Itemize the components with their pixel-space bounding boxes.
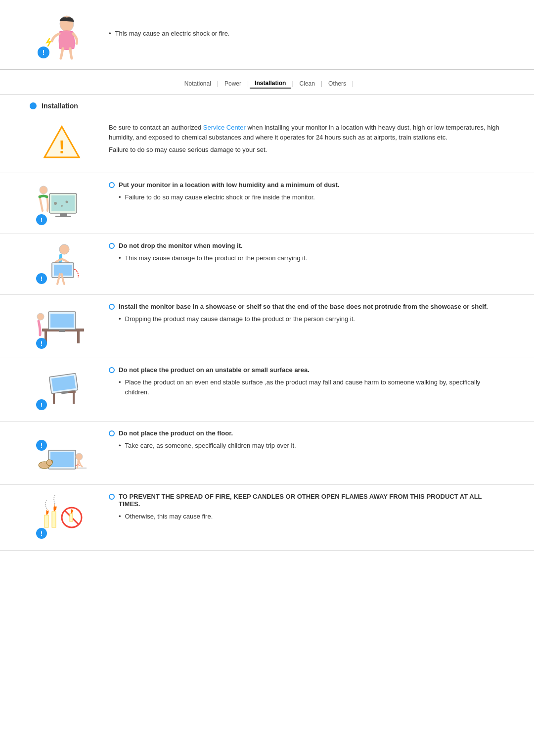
row5-title: Do not place the product on an unstable …: [119, 366, 310, 374]
row-no-floor: ! Do not place the product on the floor.…: [0, 422, 534, 485]
svg-text:!: !: [41, 216, 43, 224]
row4-illustration: !: [30, 303, 94, 350]
nav-tabs: Notational | Power | Installation | Clea…: [0, 70, 534, 95]
tab-clean[interactable]: Clean: [295, 79, 320, 88]
row3-illustration: !: [30, 242, 94, 286]
row-service-center: ! Be sure to contact an authorized Servi…: [0, 115, 534, 173]
svg-rect-39: [50, 452, 74, 467]
row2-title: Put your monitor in a location with low …: [119, 181, 339, 189]
svg-point-15: [59, 244, 69, 254]
row4-content: Install the monitor base in a showcase o…: [109, 303, 504, 324]
row2-header: Put your monitor in a location with low …: [109, 181, 504, 189]
top-text-content: This may cause an electric shock or fire…: [109, 15, 229, 39]
row5-dot: [109, 367, 115, 373]
svg-rect-49: [70, 514, 73, 521]
row3-title: Do not drop the monitor when moving it.: [119, 242, 243, 249]
row6-sub-bullet: Take care, as someone, specifically chil…: [119, 441, 504, 451]
tab-power[interactable]: Power: [220, 79, 246, 88]
svg-point-10: [61, 205, 63, 207]
row3-dot: [109, 243, 115, 249]
row1-body2: Failure to do so may cause serious damag…: [109, 145, 504, 155]
row1-body: Be sure to contact an authorized Service…: [109, 123, 504, 142]
svg-rect-31: [73, 393, 75, 404]
fire-svg: !: [35, 493, 89, 542]
no-floor-svg: !: [35, 429, 89, 476]
row5-sub-bullet: Place the product on an even end stable …: [119, 378, 504, 397]
row6-dot: [109, 430, 115, 436]
svg-rect-25: [77, 331, 80, 343]
svg-point-12: [40, 186, 47, 194]
svg-text:!: !: [41, 275, 43, 283]
unstable-svg: !: [35, 366, 89, 413]
row3-header: Do not drop the monitor when moving it.: [109, 242, 504, 249]
row-monitor-base: ! Install the monitor base in a showcase…: [0, 295, 534, 358]
row4-dot: [109, 304, 115, 310]
tab-installation[interactable]: Installation: [250, 79, 291, 89]
row2-sub-bullet: Failure to do so may cause electric shoc…: [119, 192, 504, 202]
row3-content: Do not drop the monitor when moving it. …: [109, 242, 504, 263]
top-illustration: !: [30, 15, 94, 59]
row1-content: Be sure to contact an authorized Service…: [109, 123, 504, 158]
row6-illustration: !: [30, 429, 94, 476]
row4-sub-bullet: Dropping the product may cause damage to…: [119, 314, 504, 324]
monitor-base-svg: !: [35, 303, 89, 350]
row3-sub-bullet: This may cause damage to the product or …: [119, 253, 504, 263]
row7-sub-bullet: Otherwise, this may cause fire.: [119, 512, 504, 521]
svg-rect-45: [44, 515, 48, 527]
row6-content: Do not place the product on the floor. T…: [109, 429, 504, 451]
warning-triangle-svg: !: [42, 123, 82, 165]
row-no-drop: ! Do not drop the monitor when moving it…: [0, 234, 534, 295]
svg-text:!: !: [41, 401, 43, 409]
svg-text:!: !: [41, 530, 43, 537]
row7-title: TO PREVENT THE SPREAD OF FIRE, KEEP CAND…: [119, 493, 504, 508]
row7-illustration: !: [30, 493, 94, 542]
svg-rect-46: [52, 512, 56, 527]
svg-text:!: !: [41, 442, 43, 449]
svg-rect-23: [59, 330, 65, 332]
row7-content: TO PREVENT THE SPREAD OF FIRE, KEEP CAND…: [109, 493, 504, 521]
svg-rect-22: [50, 314, 74, 328]
row-unstable-surface: ! Do not place the product on an unstabl…: [0, 358, 534, 422]
section-dot-icon: [30, 102, 37, 109]
svg-point-40: [76, 453, 83, 460]
row2-dot: [109, 182, 115, 188]
row5-illustration: !: [30, 366, 94, 413]
row5-content: Do not place the product on an unstable …: [109, 366, 504, 397]
row5-header: Do not place the product on an unstable …: [109, 366, 504, 374]
svg-text:!: !: [59, 137, 65, 157]
svg-text:!: !: [41, 340, 43, 347]
row1-illustration: !: [30, 123, 94, 165]
row2-illustration: !: [30, 181, 94, 226]
tab-others[interactable]: Others: [323, 79, 351, 88]
svg-text:!: !: [43, 48, 45, 56]
row6-header: Do not place the product on the floor.: [109, 429, 504, 437]
row-fire-prevention: ! TO PREVENT THE SPREAD OF FIRE, KEEP CA…: [0, 485, 534, 551]
svg-rect-30: [53, 393, 55, 404]
section-heading: Installation: [0, 95, 534, 115]
row-low-humidity: ! Put your monitor in a location with lo…: [0, 173, 534, 234]
row2-content: Put your monitor in a location with low …: [109, 181, 504, 202]
row7-header: TO PREVENT THE SPREAD OF FIRE, KEEP CAND…: [109, 493, 504, 508]
svg-point-26: [37, 313, 44, 320]
row6-title: Do not place the product on the floor.: [119, 429, 233, 437]
service-center-link[interactable]: Service Center: [203, 124, 246, 131]
row4-header: Install the monitor base in a showcase o…: [109, 303, 504, 310]
section-title: Installation: [42, 102, 78, 110]
svg-point-9: [54, 202, 57, 205]
electric-shock-svg: !: [35, 14, 89, 61]
tab-notational[interactable]: Notational: [179, 79, 216, 88]
row7-dot: [109, 494, 115, 500]
no-drop-svg: !: [35, 242, 89, 286]
svg-point-11: [66, 201, 68, 203]
top-section: ! This may cause an electric shock or fi…: [0, 0, 534, 70]
svg-rect-8: [55, 216, 71, 217]
svg-rect-17: [54, 265, 72, 276]
humidity-svg: !: [35, 181, 89, 226]
row4-title: Install the monitor base in a showcase o…: [119, 303, 488, 310]
top-bullet: This may cause an electric shock or fire…: [109, 30, 229, 37]
